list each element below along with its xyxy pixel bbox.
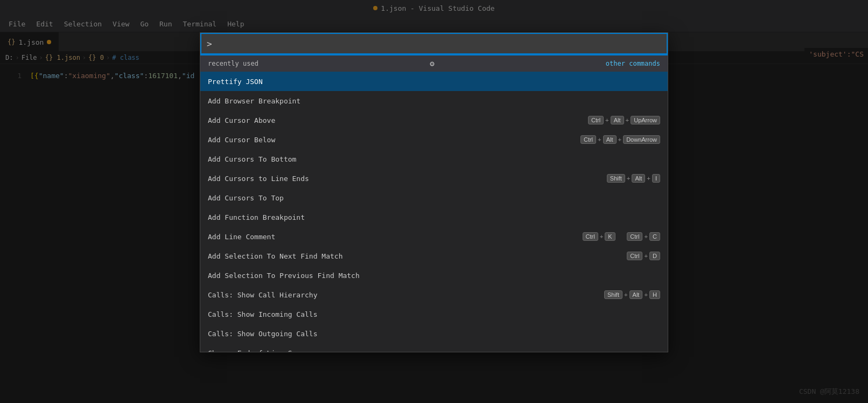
shortcut-keys: Ctrl + K Ctrl + C	[583, 232, 660, 241]
command-label: Add Cursors To Bottom	[208, 155, 660, 163]
other-commands-link[interactable]: other commands	[606, 60, 660, 67]
shortcut-keys: Ctrl + Alt + DownArrow	[580, 135, 660, 144]
command-label: Calls: Show Outgoing Calls	[208, 330, 660, 338]
command-label: Change End of Line Sequence	[208, 349, 660, 352]
shortcut-keys: Shift + Alt + I	[607, 174, 660, 183]
command-label: Add Selection To Previous Find Match	[208, 272, 660, 280]
command-item-change-eol[interactable]: Change End of Line Sequence	[200, 343, 668, 352]
command-input[interactable]	[214, 39, 661, 48]
command-palette-overlay[interactable]: > recently used ⚙ other commands Prettif…	[0, 0, 868, 403]
shortcut-keys: Ctrl + Alt + UpArrow	[588, 116, 660, 124]
command-label: Calls: Show Call Hierarchy	[208, 291, 604, 299]
shortcut-keys: Ctrl + D	[627, 252, 660, 260]
recently-used-label: recently used	[208, 60, 258, 67]
command-label: Add Selection To Next Find Match	[208, 252, 627, 260]
command-label: Add Cursors to Line Ends	[208, 175, 607, 183]
command-item-add-cursor-below[interactable]: Add Cursor Below Ctrl + Alt + DownArrow	[200, 130, 668, 149]
command-label: Calls: Show Incoming Calls	[208, 310, 660, 318]
command-label: Add Browser Breakpoint	[208, 97, 660, 105]
command-list[interactable]: Prettify JSON Add Browser Breakpoint Add…	[200, 72, 668, 352]
gear-icon[interactable]: ⚙	[430, 59, 434, 68]
command-item-prettify-json[interactable]: Prettify JSON	[200, 72, 668, 91]
command-item-add-selection-next[interactable]: Add Selection To Next Find Match Ctrl + …	[200, 246, 668, 266]
command-label: Add Cursor Above	[208, 116, 588, 124]
command-label: Add Cursor Below	[208, 136, 580, 144]
command-label: Prettify JSON	[208, 78, 660, 86]
command-item-calls-call-hierarchy[interactable]: Calls: Show Call Hierarchy Shift + Alt +…	[200, 285, 668, 304]
command-item-add-function-breakpoint[interactable]: Add Function Breakpoint	[200, 207, 668, 227]
command-item-add-cursor-above[interactable]: Add Cursor Above Ctrl + Alt + UpArrow	[200, 110, 668, 130]
command-item-add-cursors-to-top[interactable]: Add Cursors To Top	[200, 188, 668, 207]
command-label: Add Function Breakpoint	[208, 213, 660, 221]
command-item-add-browser-breakpoint[interactable]: Add Browser Breakpoint	[200, 91, 668, 110]
command-input-row[interactable]: >	[200, 33, 668, 54]
command-item-calls-outgoing[interactable]: Calls: Show Outgoing Calls	[200, 324, 668, 343]
command-item-add-cursors-to-bottom[interactable]: Add Cursors To Bottom	[200, 149, 668, 169]
command-item-add-selection-prev[interactable]: Add Selection To Previous Find Match	[200, 266, 668, 285]
command-prefix: >	[207, 39, 212, 49]
command-item-add-line-comment[interactable]: Add Line Comment Ctrl + K Ctrl + C	[200, 227, 668, 246]
command-header: recently used ⚙ other commands	[200, 54, 668, 72]
command-item-calls-incoming[interactable]: Calls: Show Incoming Calls	[200, 304, 668, 324]
shortcut-keys: Shift + Alt + H	[604, 290, 660, 299]
command-palette[interactable]: > recently used ⚙ other commands Prettif…	[200, 32, 668, 352]
command-item-add-cursors-to-line-ends[interactable]: Add Cursors to Line Ends Shift + Alt + I	[200, 169, 668, 188]
command-label: Add Cursors To Top	[208, 194, 660, 202]
command-label: Add Line Comment	[208, 233, 583, 241]
